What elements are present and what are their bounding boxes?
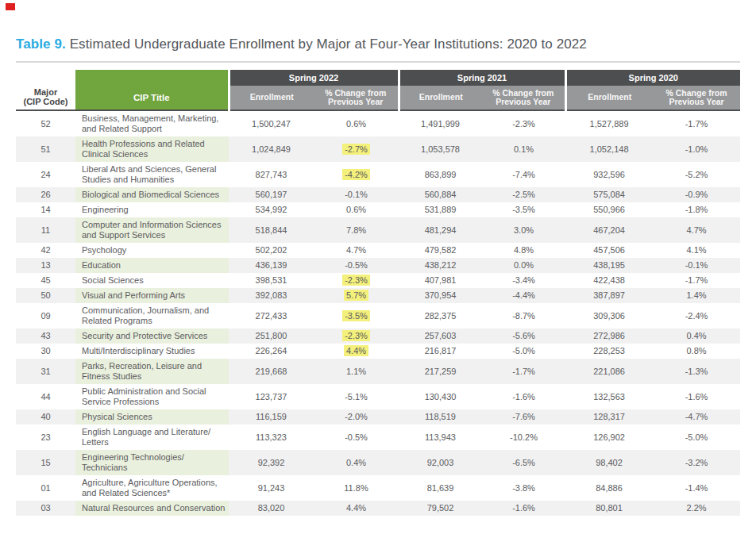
enrollment-cell-s2022: 518,844 bbox=[229, 217, 314, 243]
enrollment-table: Major (CIP Code) CIP Title Spring 2022 S… bbox=[16, 70, 740, 516]
pct-value: -2.5% bbox=[512, 190, 535, 199]
enrollment-cell-s2022: 92,392 bbox=[229, 450, 314, 475]
pct-change-line1: % Change from bbox=[325, 88, 386, 98]
table-row: 50Visual and Performing Arts392,0835.7%3… bbox=[16, 288, 740, 303]
header-group-spring-2022: Spring 2022 bbox=[229, 70, 399, 86]
pct-change-cell-s2022: -2.7% bbox=[314, 136, 399, 162]
header-major-cip-code: Major (CIP Code) bbox=[16, 70, 75, 110]
cip-title-cell: Security and Protective Services bbox=[75, 328, 229, 344]
pct-change-cell-s2020: -1.7% bbox=[653, 110, 740, 136]
table-row: 24Liberal Arts and Sciences, General Stu… bbox=[16, 162, 740, 187]
table-row: 15Engineering Technologies/​Technicians9… bbox=[16, 450, 740, 475]
pct-change-cell-s2020: -5.2% bbox=[653, 162, 740, 187]
highlighted-value: 4.4% bbox=[344, 345, 368, 356]
pct-change-cell-s2020: 0.4% bbox=[653, 328, 740, 344]
highlighted-value: -2.3% bbox=[342, 330, 370, 341]
pct-change-cell-s2021: 0.0% bbox=[482, 258, 565, 273]
table-body: 52Business, Management, Marketing, and R… bbox=[16, 110, 740, 516]
cip-code-cell: 11 bbox=[16, 217, 75, 243]
table-row: 26Biological and Biomedical Sciences560,… bbox=[16, 187, 740, 202]
pct-value: -7.6% bbox=[512, 412, 535, 421]
cip-title-cell: Communication, Journalism, and Related P… bbox=[75, 303, 229, 328]
pct-change-cell-s2022: -0.1% bbox=[314, 187, 399, 202]
pct-change-cell-s2022: -0.5% bbox=[314, 258, 399, 273]
enrollment-cell-s2021: 79,502 bbox=[399, 501, 482, 516]
pct-value: -1.6% bbox=[512, 503, 535, 513]
cip-code-cell: 14 bbox=[16, 202, 75, 217]
pct-change-cell-s2021: -2.5% bbox=[482, 187, 565, 202]
pct-change-cell-s2020: -1.7% bbox=[653, 273, 740, 288]
header-pct-change-2020: % Change from Previous Year bbox=[653, 86, 740, 110]
pct-value: -2.4% bbox=[685, 311, 708, 321]
pct-change-cell-s2022: 11.8% bbox=[314, 475, 399, 501]
table-row: 31Parks, Recreation, Leisure and Fitness… bbox=[16, 359, 740, 384]
enrollment-cell-s2022: 113,323 bbox=[229, 425, 314, 450]
pct-change-cell-s2022: 0.6% bbox=[314, 110, 399, 136]
cip-title-cell: Engineering Technologies/​Technicians bbox=[75, 450, 229, 475]
pct-change-cell-s2020: 0.8% bbox=[653, 344, 740, 359]
pct-value: -2.3% bbox=[512, 119, 535, 129]
pct-change-cell-s2020: 2.2% bbox=[653, 501, 740, 516]
pct-value: -3.2% bbox=[685, 458, 708, 467]
enrollment-cell-s2020: 126,902 bbox=[565, 425, 653, 450]
enrollment-cell-s2020: 309,306 bbox=[565, 303, 653, 328]
pct-change-cell-s2021: -4.4% bbox=[482, 288, 565, 303]
table-row: 11Computer and Information Sciences and … bbox=[16, 217, 740, 243]
pct-value: -3.4% bbox=[512, 275, 535, 285]
pct-value: 0.4% bbox=[687, 331, 707, 340]
pct-change-cell-s2020: -0.9% bbox=[653, 187, 740, 202]
pct-value: -5.6% bbox=[512, 331, 535, 340]
table-row: 14Engineering534,9920.6%531,889-3.5%550,… bbox=[16, 202, 740, 217]
enrollment-cell-s2021: 130,430 bbox=[399, 384, 482, 409]
header-pct-change-2021: % Change from Previous Year bbox=[482, 86, 565, 110]
pct-change-cell-s2021: -1.7% bbox=[482, 359, 565, 384]
enrollment-cell-s2021: 81,639 bbox=[399, 475, 482, 501]
enrollment-cell-s2020: 387,897 bbox=[565, 288, 653, 303]
pct-value: 4.4% bbox=[346, 503, 366, 513]
table-title-number: Table 9. bbox=[16, 36, 66, 52]
pct-change-cell-s2021: -7.4% bbox=[482, 162, 565, 187]
pct-value: -1.0% bbox=[685, 144, 708, 154]
cip-code-cell: 09 bbox=[16, 303, 75, 328]
pct-change-cell-s2020: -1.6% bbox=[653, 384, 740, 409]
pct-change-cell-s2021: -1.6% bbox=[482, 501, 565, 516]
pct-value: 0.4% bbox=[346, 458, 366, 467]
highlighted-value: -2.3% bbox=[342, 275, 370, 286]
pct-change-cell-s2022: 1.1% bbox=[314, 359, 399, 384]
cip-title-cell: Computer and Information Sciences and Su… bbox=[75, 217, 229, 243]
cip-title-cell: Business, Management, Marketing, and Rel… bbox=[75, 110, 229, 136]
cip-title-cell: Health Professions and Related Clinical … bbox=[75, 136, 229, 162]
pct-value: -2.0% bbox=[345, 412, 368, 421]
pct-change-cell-s2022: -4.2% bbox=[314, 162, 399, 187]
enrollment-cell-s2021: 560,884 bbox=[399, 187, 482, 202]
cip-code-cell: 31 bbox=[16, 359, 75, 384]
table-row: 01Agriculture, Agriculture Operations, a… bbox=[16, 475, 740, 501]
pct-value: 4.8% bbox=[514, 245, 534, 255]
pct-change-cell-s2020: -4.7% bbox=[653, 409, 740, 425]
enrollment-cell-s2021: 370,954 bbox=[399, 288, 482, 303]
pct-change-cell-s2021: 4.8% bbox=[482, 243, 565, 258]
cip-title-cell: Natural Resources and Conservation bbox=[75, 501, 229, 516]
pct-value: -1.7% bbox=[685, 275, 708, 285]
enrollment-cell-s2022: 116,159 bbox=[229, 409, 314, 425]
pct-change-cell-s2021: -3.5% bbox=[482, 202, 565, 217]
pct-value: 0.8% bbox=[687, 346, 707, 355]
table-row: 30Multi/​Interdisciplinary Studies226,26… bbox=[16, 344, 740, 359]
enrollment-cell-s2020: 457,506 bbox=[565, 243, 653, 258]
table-header: Major (CIP Code) CIP Title Spring 2022 S… bbox=[16, 70, 740, 110]
header-major-line1: Major bbox=[34, 87, 57, 97]
pct-change-cell-s2022: 5.7% bbox=[314, 288, 399, 303]
pct-change-cell-s2022: -2.0% bbox=[314, 409, 399, 425]
cip-title-cell: Multi/​Interdisciplinary Studies bbox=[75, 344, 229, 359]
enrollment-cell-s2020: 84,886 bbox=[565, 475, 653, 501]
pct-value: -1.6% bbox=[685, 392, 708, 401]
pct-value: -10.2% bbox=[510, 432, 538, 442]
pct-change-cell-s2021: -5.0% bbox=[482, 344, 565, 359]
enrollment-cell-s2021: 217,259 bbox=[399, 359, 482, 384]
pct-value: 1.4% bbox=[687, 290, 707, 300]
enrollment-cell-s2022: 392,083 bbox=[229, 288, 314, 303]
pct-change-line1: % Change from bbox=[666, 88, 727, 98]
enrollment-cell-s2020: 221,086 bbox=[565, 359, 653, 384]
pct-change-cell-s2022: 0.4% bbox=[314, 450, 399, 475]
pct-value: -6.5% bbox=[512, 458, 535, 467]
